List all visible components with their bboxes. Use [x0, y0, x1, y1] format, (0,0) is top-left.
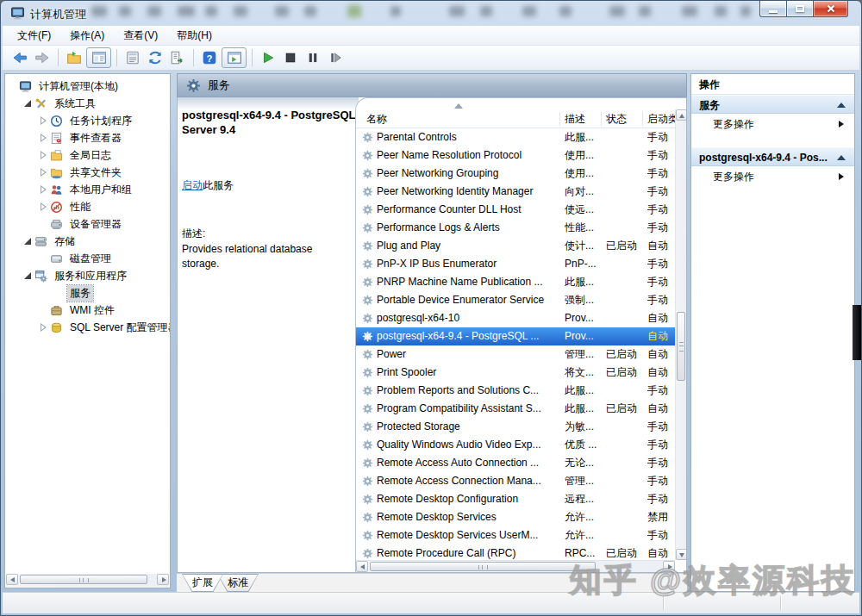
service-row[interactable]: PnP-X IP Bus Enumerator PnP-... 手动	[356, 255, 675, 273]
collapsed-arrow-icon[interactable]	[36, 114, 50, 128]
scroll-left-button[interactable]	[6, 574, 18, 585]
column-header-status[interactable]: 状态	[606, 109, 644, 128]
scroll-right-button[interactable]	[157, 574, 169, 585]
service-name: Performance Logs & Alerts	[377, 219, 558, 237]
expanded-arrow-icon[interactable]	[21, 96, 34, 110]
start-service-button[interactable]	[258, 47, 278, 68]
tree-item-device-manager[interactable]: 设备管理器	[5, 215, 170, 233]
properties-button[interactable]	[122, 47, 143, 68]
collapsed-arrow-icon[interactable]	[36, 183, 50, 196]
tree-item-services-apps[interactable]: 服务和应用程序	[5, 267, 170, 284]
service-row[interactable]: postgresql-x64-9.4 - PostgreSQL ... Prov…	[356, 327, 675, 345]
column-header-startup-type[interactable]: 启动类型	[647, 109, 677, 128]
services-list-panel: 名称 描述 状态 启动类型 Parental Controls 此服... 手动…	[355, 97, 686, 572]
collapsed-arrow-icon[interactable]	[36, 148, 50, 162]
tree-item-scheduler[interactable]: 任务计划程序	[5, 112, 170, 129]
column-header-name[interactable]: 名称	[366, 109, 539, 128]
service-row[interactable]: Power 管理... 已启动 自动	[356, 345, 675, 364]
service-row[interactable]: Remote Desktop Configuration 远程... 手动	[356, 490, 675, 508]
console-play-button[interactable]	[222, 47, 247, 68]
service-row[interactable]: Program Compatibility Assistant S... 此服.…	[356, 400, 675, 418]
tree-item-storage[interactable]: 存储	[5, 233, 170, 250]
tree-item-services[interactable]: 服务	[5, 284, 170, 302]
tree-item-disk-management[interactable]: 磁盘管理	[5, 250, 170, 267]
collapsed-arrow-icon[interactable]	[36, 165, 50, 179]
minimize-button[interactable]	[759, 1, 787, 17]
tab-standard[interactable]: 标准	[217, 574, 259, 592]
service-row[interactable]: PNRP Machine Name Publication ... 此服... …	[356, 273, 675, 291]
service-row[interactable]: Parental Controls 此服... 手动	[356, 128, 675, 146]
list-vertical-scrollbar[interactable]	[675, 109, 686, 560]
service-row[interactable]: Remote Desktop Services 允许... 禁用	[356, 508, 675, 526]
stop-service-button[interactable]	[280, 47, 301, 68]
tree-item-label: 系统工具	[52, 96, 98, 112]
service-row[interactable]: Peer Name Resolution Protocol 使用... 手动	[356, 146, 675, 165]
refresh-button[interactable]	[145, 47, 166, 68]
tree-item-local-users[interactable]: 本地用户和组	[5, 181, 170, 198]
more-actions-postgresql[interactable]: 更多操作	[691, 166, 854, 188]
close-button[interactable]	[813, 1, 848, 17]
tree-item-tools[interactable]: 系统工具	[5, 95, 170, 112]
scrollbar-thumb[interactable]	[677, 312, 685, 381]
actions-section-postgresql[interactable]: postgresql-x64-9.4 - Pos...	[691, 147, 854, 166]
collapsed-arrow-icon[interactable]	[36, 320, 50, 334]
service-row[interactable]: Portable Device Enumerator Service 强制...…	[356, 291, 675, 309]
tree-item-computer[interactable]: 计算机管理(本地)	[5, 78, 170, 95]
titlebar[interactable]: 计算机管理	[1, 1, 861, 26]
menu-item[interactable]: 文件(F)	[8, 26, 60, 46]
maximize-button[interactable]	[786, 1, 814, 17]
menu-item[interactable]: 帮助(H)	[167, 26, 222, 46]
column-divider[interactable]	[642, 112, 643, 126]
help-button[interactable]	[199, 47, 220, 68]
expanded-arrow-icon[interactable]	[21, 234, 34, 248]
service-row[interactable]: Remote Desktop Services UserM... 允许... 手…	[356, 526, 675, 544]
pause-service-button[interactable]	[303, 47, 323, 68]
restart-service-button[interactable]	[325, 47, 346, 68]
column-divider[interactable]	[601, 112, 602, 126]
service-row[interactable]: Performance Logs & Alerts 性能... 手动	[356, 219, 675, 237]
column-header-description[interactable]: 描述	[565, 109, 603, 128]
actions-section-services[interactable]: 服务	[691, 95, 854, 114]
service-row[interactable]: Peer Networking Identity Manager 向对... 手…	[356, 183, 675, 201]
column-divider[interactable]	[559, 112, 560, 126]
service-row[interactable]: Remote Procedure Call (RPC) RPC... 已启动 自…	[356, 544, 675, 560]
service-row[interactable]: Quality Windows Audio Video Exp... 优质 ..…	[356, 436, 675, 454]
export-list-button[interactable]	[167, 47, 188, 68]
tree-item-event-viewer[interactable]: 事件查看器	[5, 129, 170, 146]
tree-horizontal-scrollbar[interactable]	[6, 574, 169, 587]
collapsed-arrow-icon[interactable]	[36, 200, 50, 214]
tree-item-performance[interactable]: 性能	[5, 198, 170, 215]
more-actions-services[interactable]: 更多操作	[691, 114, 854, 135]
tree-item-sql-config[interactable]: SQL Server 配置管理器	[5, 319, 170, 336]
service-row[interactable]: Performance Counter DLL Host 使远... 手动	[356, 201, 675, 219]
collapsed-arrow-icon[interactable]	[36, 131, 50, 145]
tree-item-logs[interactable]: 全局日志	[5, 146, 170, 164]
service-row[interactable]: Problem Reports and Solutions C... 此服...…	[356, 382, 675, 400]
menu-item[interactable]: 操作(A)	[60, 26, 114, 46]
collapse-icon[interactable]	[837, 155, 846, 160]
menu-item[interactable]: 查看(V)	[114, 26, 167, 46]
expanded-arrow-icon[interactable]	[21, 269, 34, 283]
service-row[interactable]: Plug and Play 使计... 已启动 自动	[356, 237, 675, 255]
scrollbar-thumb[interactable]	[20, 575, 147, 584]
service-row[interactable]: postgresql-x64-10 Prov... 自动	[356, 309, 675, 327]
start-service-link[interactable]: 启动	[182, 179, 203, 191]
service-row[interactable]: Protected Storage 为敏... 手动	[356, 418, 675, 436]
service-row[interactable]: Remote Access Connection Mana... 管理... 手…	[356, 472, 675, 490]
service-gear-icon	[362, 168, 373, 179]
service-row[interactable]: Print Spooler 将文... 已启动 自动	[356, 364, 675, 382]
tab-extended[interactable]: 扩展	[182, 574, 223, 592]
tree-item-shared-folders[interactable]: 共享文件夹	[5, 164, 170, 181]
console-window-button[interactable]	[86, 47, 111, 68]
restart-service-icon	[328, 50, 343, 65]
scroll-left-button[interactable]	[356, 561, 368, 572]
service-row[interactable]: Remote Access Auto Connection ... 无论... …	[356, 454, 675, 472]
collapse-icon[interactable]	[837, 103, 846, 108]
export-folder-button[interactable]	[64, 47, 84, 68]
forward-button[interactable]	[32, 47, 53, 68]
back-button[interactable]	[9, 47, 30, 68]
service-row[interactable]: Peer Networking Grouping 使用... 手动	[356, 165, 675, 183]
tree-item-wmi[interactable]: WMI 控件	[5, 302, 170, 319]
scrollbar-thumb[interactable]	[370, 562, 596, 571]
scroll-up-button[interactable]	[676, 109, 687, 121]
